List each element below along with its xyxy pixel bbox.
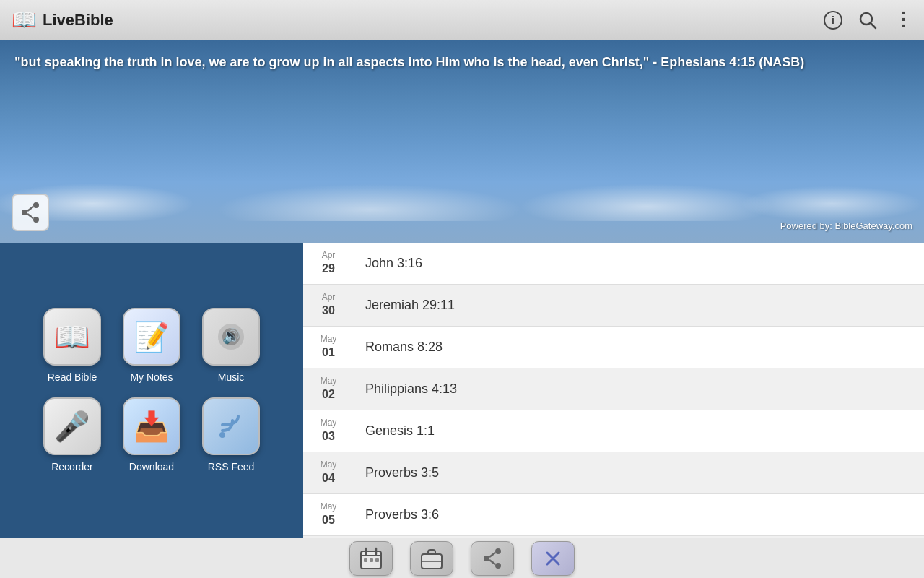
verse-row[interactable]: Apr 29 John 3:16 bbox=[303, 243, 924, 285]
svg-point-25 bbox=[495, 563, 501, 569]
verse-day: 03 bbox=[310, 429, 346, 444]
read-bible-icon: 📖 bbox=[43, 308, 101, 366]
svg-line-3 bbox=[871, 23, 876, 28]
verse-list[interactable]: Apr 29 John 3:16 Apr 30 Jeremiah 29:11 M… bbox=[303, 243, 924, 538]
svg-line-7 bbox=[27, 207, 33, 211]
briefcase-button[interactable] bbox=[410, 541, 453, 576]
download-item[interactable]: 📥 Download bbox=[123, 397, 180, 473]
verse-month: May bbox=[310, 460, 346, 471]
download-icon: 📥 bbox=[123, 397, 180, 455]
svg-rect-18 bbox=[364, 558, 367, 562]
svg-point-4 bbox=[33, 202, 39, 208]
verse-month: May bbox=[310, 418, 346, 429]
svg-point-24 bbox=[484, 556, 489, 561]
verse-date: Apr 30 bbox=[303, 286, 354, 324]
top-bar-right: i ⋮ bbox=[823, 10, 912, 30]
read-bible-item[interactable]: 📖 Read Bible bbox=[43, 308, 101, 383]
verse-month: May bbox=[310, 376, 346, 387]
icon-row-top: 📖 Read Bible 📝 My Notes 🔊 Music bbox=[43, 308, 260, 383]
verse-reference: Philippians 4:13 bbox=[354, 376, 924, 402]
verse-reference: Proverbs 3:5 bbox=[354, 460, 924, 486]
more-options-icon[interactable]: ⋮ bbox=[892, 10, 912, 30]
app-logo-icon: 📖 bbox=[12, 8, 37, 32]
svg-rect-20 bbox=[375, 558, 379, 562]
banner: "but speaking the truth in love, we are … bbox=[0, 40, 924, 243]
read-bible-label: Read Bible bbox=[48, 371, 97, 383]
rss-feed-icon bbox=[202, 397, 260, 455]
svg-point-6 bbox=[33, 217, 39, 223]
verse-day: 01 bbox=[310, 345, 346, 361]
verse-date: May 02 bbox=[303, 370, 354, 407]
search-icon[interactable] bbox=[858, 10, 878, 30]
top-bar: 📖 LiveBible i ⋮ bbox=[0, 0, 924, 40]
share-button[interactable] bbox=[471, 541, 514, 576]
banner-share-button[interactable] bbox=[12, 194, 49, 231]
verse-date: May 03 bbox=[303, 412, 354, 449]
bottom-toolbar bbox=[0, 538, 924, 578]
music-item[interactable]: 🔊 Music bbox=[202, 308, 260, 383]
calendar-button[interactable] bbox=[349, 541, 393, 576]
left-panel: 📖 Read Bible 📝 My Notes 🔊 Music bbox=[0, 243, 303, 538]
verse-date: May 04 bbox=[303, 454, 354, 491]
verse-date: May 05 bbox=[303, 496, 354, 533]
verse-day: 29 bbox=[310, 262, 346, 277]
rss-feed-label: RSS Feed bbox=[208, 461, 255, 473]
music-icon: 🔊 bbox=[202, 308, 260, 366]
svg-line-26 bbox=[489, 553, 495, 557]
music-label: Music bbox=[218, 371, 245, 383]
svg-text:🔊: 🔊 bbox=[222, 327, 240, 345]
svg-point-5 bbox=[22, 210, 27, 215]
verse-row[interactable]: May 04 Proverbs 3:5 bbox=[303, 452, 924, 494]
verse-reference: Genesis 1:1 bbox=[354, 418, 924, 444]
download-label: Download bbox=[129, 461, 174, 473]
verse-reference: Romans 8:28 bbox=[354, 334, 924, 361]
verse-row[interactable]: Apr 30 Jeremiah 29:11 bbox=[303, 285, 924, 327]
verse-reference: Proverbs 3:6 bbox=[354, 501, 924, 528]
close-button[interactable] bbox=[531, 541, 575, 576]
my-notes-label: My Notes bbox=[130, 371, 173, 383]
verse-date: May 01 bbox=[303, 328, 354, 366]
verse-month: May bbox=[310, 334, 346, 345]
verse-row[interactable]: May 01 Romans 8:28 bbox=[303, 327, 924, 368]
app-title: LiveBible bbox=[43, 11, 113, 30]
my-notes-icon: 📝 bbox=[123, 308, 180, 366]
rss-feed-item[interactable]: RSS Feed bbox=[202, 397, 260, 473]
verse-day: 05 bbox=[310, 513, 346, 528]
verse-month: Apr bbox=[310, 250, 346, 262]
banner-verse-text: "but speaking the truth in love, we are … bbox=[14, 55, 910, 70]
svg-point-23 bbox=[495, 548, 501, 554]
recorder-item[interactable]: 🎤 Recorder bbox=[43, 397, 101, 473]
verse-month: Apr bbox=[310, 292, 346, 303]
svg-point-13 bbox=[219, 432, 225, 438]
verse-row[interactable]: May 02 Philippians 4:13 bbox=[303, 368, 924, 410]
main-content: 📖 Read Bible 📝 My Notes 🔊 Music bbox=[0, 243, 924, 538]
verse-date: Apr 29 bbox=[303, 244, 354, 282]
verse-day: 30 bbox=[310, 303, 346, 319]
top-bar-left: 📖 LiveBible bbox=[12, 8, 113, 32]
verse-day: 02 bbox=[310, 387, 346, 402]
recorder-label: Recorder bbox=[51, 461, 93, 473]
verse-row[interactable]: May 03 Genesis 1:1 bbox=[303, 410, 924, 452]
svg-line-27 bbox=[489, 560, 495, 564]
verse-row[interactable]: May 05 Proverbs 3:6 bbox=[303, 494, 924, 536]
verse-row[interactable]: May 06 Romans 12:2 bbox=[303, 536, 924, 538]
verse-reference: John 3:16 bbox=[354, 250, 924, 277]
icon-row-bottom: 🎤 Recorder 📥 Download RSS Feed bbox=[43, 397, 260, 473]
svg-line-8 bbox=[27, 214, 33, 218]
my-notes-item[interactable]: 📝 My Notes bbox=[123, 308, 180, 383]
info-icon[interactable]: i bbox=[823, 10, 843, 30]
powered-by-text: Powered by: BibleGateway.com bbox=[780, 220, 912, 231]
verse-reference: Jeremiah 29:11 bbox=[354, 292, 924, 319]
svg-rect-19 bbox=[370, 558, 373, 562]
recorder-icon: 🎤 bbox=[43, 397, 101, 455]
verse-day: 04 bbox=[310, 471, 346, 486]
verse-month: May bbox=[310, 501, 346, 513]
svg-text:i: i bbox=[832, 14, 834, 26]
